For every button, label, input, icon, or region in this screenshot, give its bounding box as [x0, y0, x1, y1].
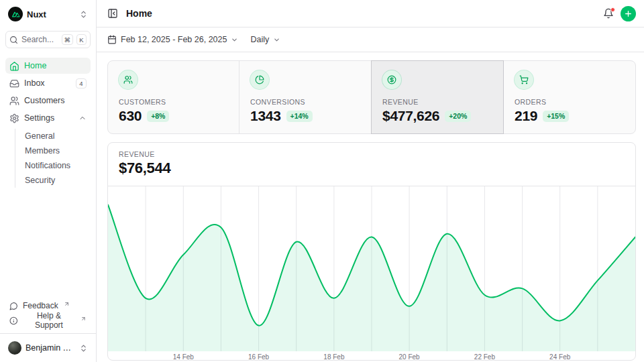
- stat-label: REVENUE: [382, 98, 492, 106]
- x-axis-labels: 14 Feb16 Feb18 Feb20 Feb22 Feb24 Feb: [108, 351, 635, 361]
- x-tick-label: 18 Feb: [323, 353, 344, 361]
- stat-icon-circle: [250, 70, 269, 89]
- page-header: Home: [97, 0, 644, 27]
- dollar-icon: [387, 75, 396, 84]
- page-title: Home: [126, 8, 152, 19]
- revenue-area-chart: 14 Feb16 Feb18 Feb20 Feb22 Feb24 Feb: [108, 186, 635, 351]
- message-icon: [9, 302, 18, 310]
- search-input[interactable]: [21, 35, 58, 44]
- stat-delta-badge: +14%: [286, 111, 313, 122]
- sidebar-divider: [0, 333, 96, 334]
- sidebar-item-label: Customers: [24, 96, 64, 105]
- workspace-selector[interactable]: Nuxt: [5, 5, 91, 23]
- search-icon: [9, 36, 18, 44]
- kbd-k: K: [76, 34, 87, 45]
- arrow-up-right-icon: [80, 316, 87, 322]
- x-tick-label: 22 Feb: [474, 353, 495, 361]
- stat-value: $477,626: [382, 108, 439, 124]
- calendar-icon: [107, 35, 117, 44]
- sidebar-item-home[interactable]: Home: [5, 58, 91, 74]
- plus-icon: [624, 9, 633, 18]
- stat-delta-badge: +20%: [445, 111, 471, 122]
- stat-delta-badge: +8%: [147, 111, 169, 122]
- chevron-up-icon: [78, 114, 87, 122]
- stat-icon-circle: [382, 70, 401, 89]
- dashboard-content: CUSTOMERS630+8%CONVERSIONS1343+14%REVENU…: [97, 52, 644, 361]
- sidebar-item-inbox[interactable]: Inbox4: [5, 75, 91, 91]
- cart-icon: [519, 75, 529, 84]
- sidebar-subitem-security[interactable]: Security: [15, 173, 91, 188]
- user-name: Benjamin Canac: [25, 343, 75, 353]
- inbox-icon: [9, 78, 19, 88]
- filters-toolbar: Feb 12, 2025 - Feb 26, 2025 Daily: [97, 27, 644, 52]
- gear-icon: [9, 113, 19, 123]
- sidebar-subitem-members[interactable]: Members: [15, 143, 91, 158]
- chevron-down-icon: [231, 36, 238, 44]
- stat-label: CUSTOMERS: [119, 98, 228, 106]
- date-range-label: Feb 12, 2025 - Feb 26, 2025: [121, 35, 227, 44]
- chart-label: REVENUE: [119, 150, 625, 158]
- notification-dot: [610, 7, 615, 12]
- arrow-up-right-icon: [64, 301, 70, 307]
- chevron-down-icon: [273, 36, 280, 44]
- stat-card-conversions[interactable]: CONVERSIONS1343+14%: [239, 60, 372, 134]
- stat-card-revenue[interactable]: REVENUE$477,626+20%: [371, 60, 504, 134]
- chart-header: REVENUE $76,544: [108, 143, 635, 186]
- notifications-button[interactable]: [602, 7, 615, 20]
- stat-label: ORDERS: [515, 98, 625, 106]
- stat-value: 219: [515, 108, 537, 124]
- kbd-command: ⌘: [62, 34, 74, 45]
- sidebar-item-label: Inbox: [24, 78, 45, 88]
- stat-label: CONVERSIONS: [250, 98, 360, 106]
- sidebar-item-label: Settings: [24, 113, 54, 123]
- stat-delta-badge: +15%: [543, 111, 569, 122]
- panel-left-close-icon: [107, 8, 118, 19]
- sidebar-collapse-button[interactable]: [106, 7, 119, 20]
- users-icon: [9, 96, 19, 106]
- x-tick-label: 24 Feb: [549, 353, 570, 361]
- stat-icon-circle: [515, 70, 533, 89]
- x-tick-label: 20 Feb: [399, 353, 420, 361]
- sidebar-nav: HomeInbox4CustomersSettingsGeneralMember…: [5, 58, 91, 189]
- footer-link-help-support[interactable]: Help & Support: [5, 313, 91, 328]
- info-icon: [9, 316, 18, 325]
- workspace-name: Nuxt: [27, 9, 46, 19]
- sidebar-subitem-notifications[interactable]: Notifications: [15, 158, 91, 173]
- user-menu[interactable]: Benjamin Canac: [5, 339, 91, 357]
- footer-link-label: Feedback: [23, 301, 58, 310]
- stats-row: CUSTOMERS630+8%CONVERSIONS1343+14%REVENU…: [107, 60, 636, 134]
- settings-subnav: GeneralMembersNotificationsSecurity: [15, 129, 91, 188]
- avatar: [8, 341, 21, 355]
- x-tick-label: 14 Feb: [173, 353, 194, 361]
- x-tick-label: 16 Feb: [248, 353, 269, 361]
- main-panel: Home Feb 12, 2025 - Feb 26, 2025 Daily: [97, 0, 644, 362]
- pie-chart-icon: [255, 75, 264, 84]
- sidebar: Nuxt ⌘ K HomeInbox4CustomersSettingsGene…: [0, 0, 97, 362]
- period-select[interactable]: Daily: [250, 35, 280, 44]
- sidebar-subitem-general[interactable]: General: [15, 129, 91, 143]
- search-box[interactable]: ⌘ K: [5, 31, 91, 48]
- nuxt-logo-icon: [8, 7, 23, 21]
- sidebar-footer: FeedbackHelp & Support Benjamin Canac: [5, 298, 91, 357]
- stat-value: 1343: [250, 108, 281, 124]
- app-window: Nuxt ⌘ K HomeInbox4CustomersSettingsGene…: [0, 0, 644, 362]
- stat-card-customers[interactable]: CUSTOMERS630+8%: [107, 60, 239, 134]
- chevrons-up-down-icon: [79, 10, 88, 19]
- users-icon: [123, 75, 133, 84]
- sidebar-item-customers[interactable]: Customers: [5, 93, 91, 109]
- revenue-chart-card: REVENUE $76,544 14 Feb16 Feb18 Feb20 Feb…: [107, 142, 636, 361]
- home-icon: [9, 61, 19, 71]
- add-button[interactable]: [621, 6, 636, 21]
- stat-icon-circle: [119, 70, 138, 89]
- inbox-count-badge: 4: [76, 78, 87, 88]
- sidebar-item-label: Home: [24, 61, 46, 70]
- period-label: Daily: [250, 35, 269, 44]
- stat-value: 630: [119, 108, 142, 124]
- date-range-picker[interactable]: Feb 12, 2025 - Feb 26, 2025: [107, 35, 238, 44]
- stat-card-orders[interactable]: ORDERS219+15%: [503, 60, 636, 134]
- footer-link-label: Help & Support: [23, 311, 76, 330]
- sidebar-item-settings[interactable]: Settings: [5, 110, 91, 126]
- chart-value: $76,544: [119, 160, 625, 177]
- chevrons-up-down-icon: [79, 344, 88, 353]
